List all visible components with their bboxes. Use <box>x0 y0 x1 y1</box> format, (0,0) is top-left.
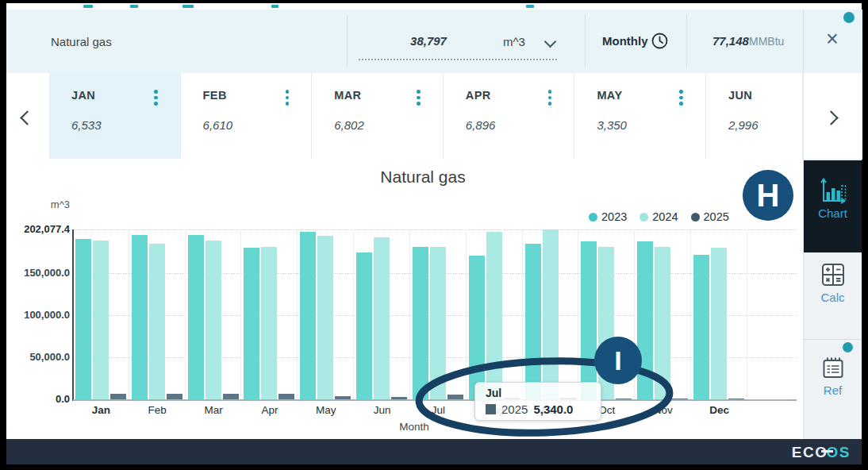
clock-icon[interactable] <box>651 32 669 50</box>
bar-jan-2023[interactable] <box>75 239 91 399</box>
legend-label: 2025 <box>704 210 729 223</box>
kebab-menu-icon[interactable] <box>417 90 421 106</box>
annual-value-input[interactable]: 38,797 <box>397 34 460 48</box>
chart-title: Natural gas <box>264 168 582 187</box>
bar-dec-2023[interactable] <box>693 255 709 399</box>
month-cell-label: APR <box>466 89 491 102</box>
bar-jul-2023[interactable] <box>413 247 428 399</box>
x-tick-label-dec: Dec <box>691 404 747 416</box>
legend-item-2024[interactable]: 2024 <box>639 210 678 223</box>
bar-jan-2024[interactable] <box>93 241 109 399</box>
tooltip-value: 5,340.0 <box>533 403 573 416</box>
y-tick-label: 0.0 <box>6 393 70 405</box>
month-cell-jun[interactable]: JUN2,996 <box>706 73 803 159</box>
bar-mar-2024[interactable] <box>205 241 221 399</box>
bar-group-sep <box>523 229 579 399</box>
sidebar-divider <box>803 339 862 340</box>
x-tick-label-jan: Jan <box>73 404 129 416</box>
sidebar-item-ref[interactable]: Ref <box>804 355 862 397</box>
chart-legend: 202320242025 <box>589 210 729 223</box>
bar-group-jul <box>410 229 467 399</box>
calculator-icon <box>820 262 846 287</box>
bar-group-may <box>298 229 354 399</box>
header-divider <box>686 14 687 67</box>
bar-jan-2025[interactable] <box>110 394 126 399</box>
bar-jul-2024[interactable] <box>430 247 446 399</box>
month-cell-mar[interactable]: MAR6,802 <box>312 73 444 159</box>
bar-group-dec <box>691 229 747 399</box>
bar-jun-2024[interactable] <box>374 237 390 399</box>
month-cell-feb[interactable]: FEB6,610 <box>181 73 313 159</box>
bar-feb-2023[interactable] <box>132 235 148 399</box>
cropped-text-fragment <box>526 5 534 8</box>
frequency-label[interactable]: Monthly <box>602 34 648 48</box>
bar-mar-2025[interactable] <box>223 394 239 399</box>
x-tick-label-jun: Jun <box>354 404 410 416</box>
legend-swatch <box>639 213 648 222</box>
x-tick-label-may: May <box>298 404 354 416</box>
month-cell-value[interactable]: 3,350 <box>597 118 627 132</box>
legend-item-2025[interactable]: 2025 <box>691 210 729 223</box>
bar-mar-2023[interactable] <box>188 235 204 399</box>
month-cell-value[interactable]: 6,896 <box>466 118 496 132</box>
cropped-text-fragment <box>182 5 194 8</box>
notepad-icon <box>820 355 846 380</box>
y-tick-label: 202,077.4 <box>6 223 70 235</box>
kebab-menu-icon[interactable] <box>679 90 683 106</box>
bar-oct-2023[interactable] <box>581 241 597 399</box>
month-cell-apr[interactable]: APR6,896 <box>444 73 575 159</box>
kebab-menu-icon[interactable] <box>154 90 158 106</box>
x-axis-labels: JanFebMarAprMayJunJulAugSepOctNovDec <box>73 404 747 416</box>
kebab-menu-icon[interactable] <box>286 90 290 106</box>
sidebar-label-calc: Calc <box>804 291 862 304</box>
sidebar-label-ref: Ref <box>804 383 862 397</box>
bar-group-apr <box>241 229 298 399</box>
value-input-underline <box>359 59 557 60</box>
sidebar-item-chart[interactable]: Chart <box>804 160 862 252</box>
legend-item-2023[interactable]: 2023 <box>589 210 627 223</box>
bar-nov-2023[interactable] <box>637 241 653 399</box>
month-cell-may[interactable]: MAY3,350 <box>574 73 706 159</box>
bar-feb-2025[interactable] <box>167 394 182 399</box>
x-tick-label-jul: Jul <box>410 404 467 416</box>
bar-aug-2023[interactable] <box>469 256 485 399</box>
converted-total: 77,148 <box>712 34 749 48</box>
chart-tooltip: Jul 2025 5,340.0 <box>474 382 601 421</box>
bar-dec-2024[interactable] <box>711 248 727 399</box>
bar-jun-2023[interactable] <box>356 252 372 399</box>
header-divider <box>347 14 348 67</box>
screenshot-canvas: Natural gas 38,797 m^3 Monthly 77,148 MM… <box>0 0 868 470</box>
month-cell-jan[interactable]: JAN6,533 <box>49 73 181 159</box>
bar-group-aug <box>467 229 523 399</box>
x-tick-label-apr: Apr <box>241 404 298 416</box>
x-tick-label-feb: Feb <box>129 404 186 416</box>
bar-feb-2024[interactable] <box>149 244 165 399</box>
bar-sep-2023[interactable] <box>525 244 541 399</box>
footer-bar: ECOOS <box>6 439 862 464</box>
close-button[interactable]: × <box>819 26 846 53</box>
bar-aug-2024[interactable] <box>486 232 502 399</box>
logo-link-dash <box>821 450 833 453</box>
month-cell-value[interactable]: 6,533 <box>71 118 102 132</box>
month-cell-value[interactable]: 6,610 <box>203 118 233 132</box>
month-cell-label: MAY <box>597 89 622 102</box>
month-cell-label: JUN <box>728 89 752 102</box>
month-cell-value[interactable]: 2,996 <box>728 118 759 132</box>
bar-may-2024[interactable] <box>317 236 333 399</box>
x-tick-label-nov: Nov <box>635 404 691 416</box>
cropped-text-fragment <box>83 5 93 8</box>
bar-group-jan <box>73 229 129 399</box>
bar-sep-2024[interactable] <box>543 229 559 399</box>
sidebar-item-calc[interactable]: Calc <box>804 262 862 304</box>
unit-select[interactable]: m^3 <box>503 35 525 48</box>
ref-notification-dot <box>843 342 853 352</box>
bar-may-2023[interactable] <box>300 232 316 399</box>
bar-group-nov <box>635 229 691 399</box>
x-axis-title: Month <box>255 421 573 433</box>
bar-apr-2024[interactable] <box>261 247 277 399</box>
bar-apr-2023[interactable] <box>244 248 259 399</box>
month-cell-value[interactable]: 6,802 <box>334 118 364 132</box>
bar-apr-2025[interactable] <box>278 394 294 399</box>
bar-nov-2024[interactable] <box>655 247 670 399</box>
kebab-menu-icon[interactable] <box>548 90 552 106</box>
